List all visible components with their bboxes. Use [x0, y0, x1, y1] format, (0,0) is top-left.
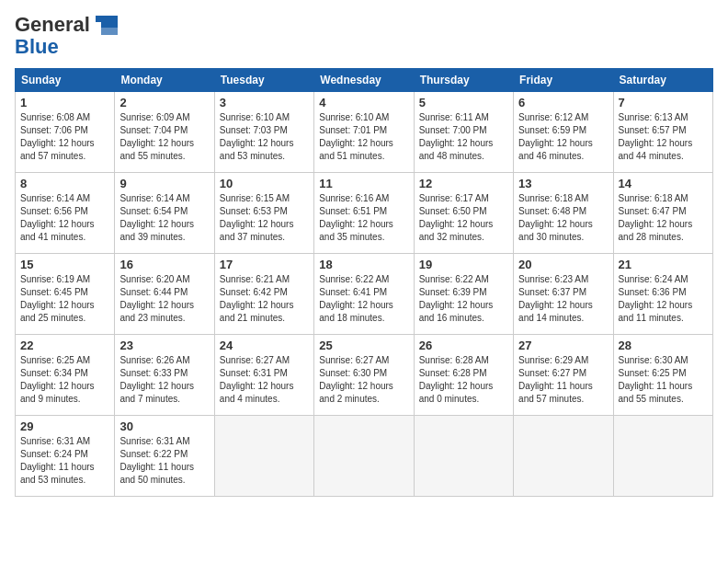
day-info: Sunrise: 6:30 AMSunset: 6:25 PMDaylight:…	[619, 354, 708, 406]
day-number: 20	[518, 258, 608, 271]
calendar-cell: 16Sunrise: 6:20 AMSunset: 6:44 PMDayligh…	[115, 254, 214, 335]
day-info: Sunrise: 6:10 AMSunset: 7:03 PMDaylight:…	[220, 111, 309, 163]
svg-marker-1	[101, 28, 118, 35]
day-info: Sunrise: 6:13 AMSunset: 6:57 PMDaylight:…	[619, 111, 708, 163]
day-number: 25	[319, 339, 408, 352]
day-number: 16	[119, 258, 209, 271]
calendar-cell: 8Sunrise: 6:14 AMSunset: 6:56 PMDaylight…	[16, 173, 115, 254]
calendar-cell: 26Sunrise: 6:28 AMSunset: 6:28 PMDayligh…	[414, 335, 513, 416]
calendar-cell: 17Sunrise: 6:21 AMSunset: 6:42 PMDayligh…	[214, 254, 313, 335]
weekday-header-wednesday: Wednesday	[314, 69, 414, 92]
calendar-cell: 18Sunrise: 6:22 AMSunset: 6:41 PMDayligh…	[314, 254, 414, 335]
day-info: Sunrise: 6:11 AMSunset: 7:00 PMDaylight:…	[419, 111, 508, 163]
page-header: General Blue	[15, 11, 713, 59]
calendar-cell: 4Sunrise: 6:10 AMSunset: 7:01 PMDaylight…	[314, 92, 414, 173]
calendar-cell: 14Sunrise: 6:18 AMSunset: 6:47 PMDayligh…	[613, 173, 712, 254]
weekday-header-friday: Friday	[514, 69, 613, 92]
calendar-cell: 5Sunrise: 6:11 AMSunset: 7:00 PMDaylight…	[414, 92, 513, 173]
calendar-cell: 19Sunrise: 6:22 AMSunset: 6:39 PMDayligh…	[414, 254, 513, 335]
calendar-week-row: 29Sunrise: 6:31 AMSunset: 6:24 PMDayligh…	[16, 416, 713, 497]
day-number: 13	[518, 177, 608, 190]
calendar-cell: 28Sunrise: 6:30 AMSunset: 6:25 PMDayligh…	[613, 335, 712, 416]
day-number: 22	[20, 339, 109, 352]
day-number: 28	[619, 339, 708, 352]
calendar-cell: 20Sunrise: 6:23 AMSunset: 6:37 PMDayligh…	[514, 254, 613, 335]
calendar-cell	[613, 416, 712, 497]
day-info: Sunrise: 6:10 AMSunset: 7:01 PMDaylight:…	[319, 111, 408, 163]
calendar-cell: 6Sunrise: 6:12 AMSunset: 6:59 PMDaylight…	[514, 92, 613, 173]
calendar-cell: 2Sunrise: 6:09 AMSunset: 7:04 PMDaylight…	[115, 92, 214, 173]
weekday-header-thursday: Thursday	[414, 69, 513, 92]
day-info: Sunrise: 6:14 AMSunset: 6:54 PMDaylight:…	[119, 192, 209, 244]
day-info: Sunrise: 6:31 AMSunset: 6:24 PMDaylight:…	[20, 435, 109, 487]
day-info: Sunrise: 6:18 AMSunset: 6:47 PMDaylight:…	[619, 192, 708, 244]
day-number: 12	[419, 177, 508, 190]
calendar-cell	[514, 416, 613, 497]
day-number: 8	[20, 177, 109, 190]
day-number: 9	[119, 177, 209, 190]
weekday-header-monday: Monday	[115, 69, 214, 92]
day-number: 19	[419, 258, 508, 271]
calendar-week-row: 22Sunrise: 6:25 AMSunset: 6:34 PMDayligh…	[16, 335, 713, 416]
calendar-cell	[414, 416, 513, 497]
day-info: Sunrise: 6:31 AMSunset: 6:22 PMDaylight:…	[119, 435, 209, 487]
day-info: Sunrise: 6:17 AMSunset: 6:50 PMDaylight:…	[419, 192, 508, 244]
calendar-cell: 25Sunrise: 6:27 AMSunset: 6:30 PMDayligh…	[314, 335, 414, 416]
calendar-cell: 15Sunrise: 6:19 AMSunset: 6:45 PMDayligh…	[16, 254, 115, 335]
calendar-cell: 13Sunrise: 6:18 AMSunset: 6:48 PMDayligh…	[514, 173, 613, 254]
weekday-header-row: SundayMondayTuesdayWednesdayThursdayFrid…	[16, 69, 713, 92]
day-info: Sunrise: 6:27 AMSunset: 6:30 PMDaylight:…	[319, 354, 408, 406]
calendar-cell: 1Sunrise: 6:08 AMSunset: 7:06 PMDaylight…	[16, 92, 115, 173]
calendar-cell	[214, 416, 313, 497]
day-number: 5	[419, 96, 508, 109]
day-info: Sunrise: 6:22 AMSunset: 6:41 PMDaylight:…	[319, 273, 408, 325]
day-number: 29	[20, 419, 109, 433]
page-container: General Blue SundayMondayTuesdayWednesda…	[0, 0, 728, 504]
day-info: Sunrise: 6:27 AMSunset: 6:31 PMDaylight:…	[220, 354, 309, 406]
calendar-cell: 11Sunrise: 6:16 AMSunset: 6:51 PMDayligh…	[314, 173, 414, 254]
logo: General Blue	[15, 11, 119, 59]
day-number: 14	[619, 177, 708, 190]
day-number: 1	[20, 96, 109, 109]
day-number: 24	[220, 339, 309, 352]
day-info: Sunrise: 6:21 AMSunset: 6:42 PMDaylight:…	[220, 273, 309, 325]
day-number: 4	[319, 96, 408, 109]
day-info: Sunrise: 6:19 AMSunset: 6:45 PMDaylight:…	[20, 273, 109, 325]
day-number: 17	[220, 258, 309, 271]
day-info: Sunrise: 6:23 AMSunset: 6:37 PMDaylight:…	[518, 273, 608, 325]
weekday-header-sunday: Sunday	[16, 69, 115, 92]
calendar-cell: 24Sunrise: 6:27 AMSunset: 6:31 PMDayligh…	[214, 335, 313, 416]
calendar-cell: 29Sunrise: 6:31 AMSunset: 6:24 PMDayligh…	[16, 416, 115, 497]
day-info: Sunrise: 6:20 AMSunset: 6:44 PMDaylight:…	[119, 273, 209, 325]
logo-icon	[92, 11, 119, 39]
calendar-cell: 7Sunrise: 6:13 AMSunset: 6:57 PMDaylight…	[613, 92, 712, 173]
day-number: 26	[419, 339, 508, 352]
day-info: Sunrise: 6:24 AMSunset: 6:36 PMDaylight:…	[619, 273, 708, 325]
calendar-week-row: 15Sunrise: 6:19 AMSunset: 6:45 PMDayligh…	[16, 254, 713, 335]
day-number: 21	[619, 258, 708, 271]
day-info: Sunrise: 6:18 AMSunset: 6:48 PMDaylight:…	[518, 192, 608, 244]
day-number: 3	[220, 96, 309, 109]
day-number: 10	[220, 177, 309, 190]
day-number: 27	[518, 339, 608, 352]
day-info: Sunrise: 6:26 AMSunset: 6:33 PMDaylight:…	[119, 354, 209, 406]
day-number: 18	[319, 258, 408, 271]
weekday-header-saturday: Saturday	[613, 69, 712, 92]
calendar-week-row: 8Sunrise: 6:14 AMSunset: 6:56 PMDaylight…	[16, 173, 713, 254]
calendar-table: SundayMondayTuesdayWednesdayThursdayFrid…	[15, 68, 713, 497]
day-info: Sunrise: 6:08 AMSunset: 7:06 PMDaylight:…	[20, 111, 109, 163]
calendar-cell: 21Sunrise: 6:24 AMSunset: 6:36 PMDayligh…	[613, 254, 712, 335]
svg-marker-0	[96, 16, 118, 28]
day-number: 11	[319, 177, 408, 190]
day-number: 6	[518, 96, 608, 109]
weekday-header-tuesday: Tuesday	[214, 69, 313, 92]
day-number: 2	[119, 96, 209, 109]
day-info: Sunrise: 6:22 AMSunset: 6:39 PMDaylight:…	[419, 273, 508, 325]
day-info: Sunrise: 6:12 AMSunset: 6:59 PMDaylight:…	[518, 111, 608, 163]
day-info: Sunrise: 6:16 AMSunset: 6:51 PMDaylight:…	[319, 192, 408, 244]
calendar-cell: 10Sunrise: 6:15 AMSunset: 6:53 PMDayligh…	[214, 173, 313, 254]
day-number: 23	[119, 339, 209, 352]
calendar-cell: 22Sunrise: 6:25 AMSunset: 6:34 PMDayligh…	[16, 335, 115, 416]
calendar-cell: 30Sunrise: 6:31 AMSunset: 6:22 PMDayligh…	[115, 416, 214, 497]
calendar-cell	[314, 416, 414, 497]
